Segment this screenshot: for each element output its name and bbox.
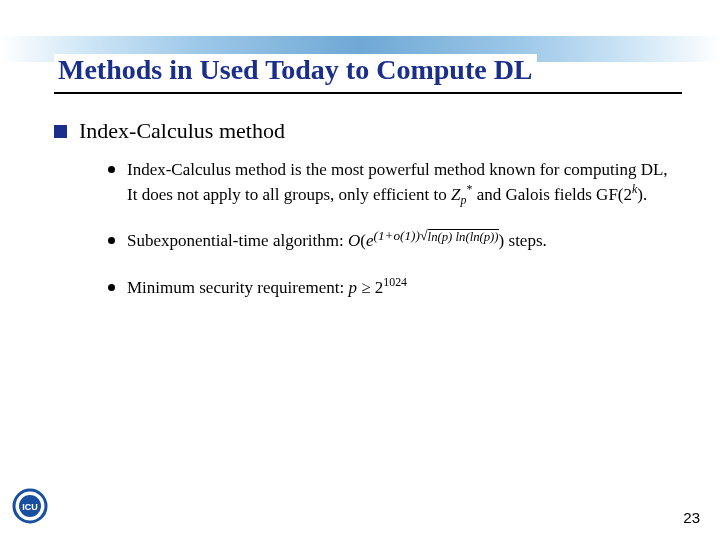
icu-logo: ICU (12, 488, 48, 524)
radicand: ln(p) ln(ln(p)) (428, 229, 499, 244)
geq-2: ≥ 2 (357, 278, 383, 297)
text-fragment: steps. (504, 231, 547, 250)
big-O: O (348, 231, 360, 250)
superscript-1024: 1024 (383, 275, 407, 289)
var-p: p (348, 278, 357, 297)
square-bullet-icon (54, 125, 67, 138)
heading-row: Index-Calculus method (54, 118, 682, 144)
exp-frag: (1+ (373, 228, 393, 243)
title-underline (54, 92, 682, 94)
logo-text: ICU (22, 502, 38, 512)
text-fragment: and Galois fields GF(2 (472, 185, 632, 204)
dot-bullet-icon (108, 284, 115, 291)
bullet-3-text: Minimum security requirement: p ≥ 21024 (127, 276, 680, 301)
exponent-expression: (1+o(1))√ln(p) ln(ln(p)) (373, 228, 498, 243)
subbullet-list: Index-Calculus method is the most powerf… (108, 158, 680, 301)
page-number: 23 (683, 509, 700, 526)
list-item: Index-Calculus method is the most powerf… (108, 158, 680, 207)
title-block: Methods in Used Today to Compute DL (54, 54, 680, 94)
slide-title: Methods in Used Today to Compute DL (54, 54, 537, 86)
text-fragment: Minimum security requirement: (127, 278, 348, 297)
content-area: Index-Calculus method Index-Calculus met… (0, 118, 720, 323)
radical-icon: √ (420, 229, 428, 243)
heading-text: Index-Calculus method (79, 118, 285, 144)
dot-bullet-icon (108, 166, 115, 173)
list-item: Subexponential-time algorithm: O(e(1+o(1… (108, 229, 680, 254)
bullet-1-text: Index-Calculus method is the most powerf… (127, 158, 680, 207)
text-fragment: Subexponential-time algorithm: (127, 231, 348, 250)
var-Z: Z (451, 185, 460, 204)
list-item: Minimum security requirement: p ≥ 21024 (108, 276, 680, 301)
exp-frag: (1)) (400, 228, 420, 243)
sqrt-expression: √ln(p) ln(ln(p)) (420, 229, 499, 244)
bullet-2-text: Subexponential-time algorithm: O(e(1+o(1… (127, 229, 680, 254)
text-fragment: ). (637, 185, 647, 204)
dot-bullet-icon (108, 237, 115, 244)
